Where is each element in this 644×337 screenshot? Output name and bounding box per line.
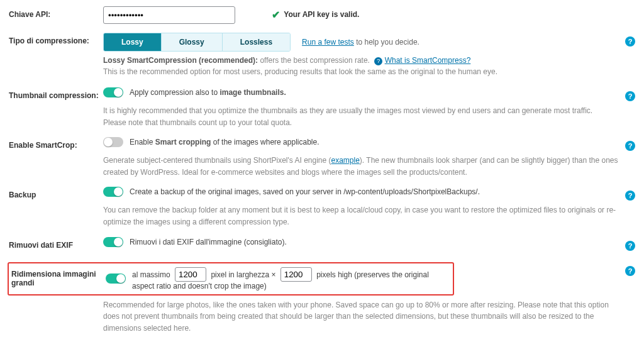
info-icon[interactable]: ? [374, 57, 382, 65]
help-icon[interactable]: ? [625, 36, 635, 47]
smartcrop-label: Enable SmartCrop: [9, 137, 103, 150]
help-icon[interactable]: ? [625, 241, 635, 251]
resize-width-input[interactable] [175, 267, 206, 282]
smartcrop-example-link[interactable]: example [331, 156, 360, 165]
help-icon[interactable]: ? [625, 141, 635, 151]
help-icon[interactable]: ? [625, 191, 635, 201]
compression-tabs: Lossy Glossy Lossless [103, 33, 291, 52]
exif-label: Rimuovi dati EXIF [9, 237, 103, 250]
backup-label: Backup [9, 187, 103, 199]
tab-lossless[interactable]: Lossless [223, 33, 290, 51]
backup-desc: You can remove the backup folder at any … [103, 204, 635, 228]
compression-desc: Lossy SmartCompression (recommended): of… [103, 55, 619, 77]
resize-controls: al massimo pixel in larghezza × pixels h… [132, 267, 450, 290]
tab-glossy[interactable]: Glossy [162, 33, 223, 51]
thumbnail-desc: It is highly recommended that you optimi… [103, 105, 635, 128]
help-icon[interactable]: ? [625, 266, 635, 276]
backup-toggle[interactable] [103, 187, 123, 197]
compression-type-label: Tipo di compressione: [9, 33, 103, 45]
exif-toggle[interactable] [103, 237, 123, 247]
thumbnail-toggle-label: Apply compression also to image thumbnai… [130, 88, 286, 97]
exif-toggle-label: Rimuovi i dati EXIF dall'immagine (consi… [130, 238, 287, 246]
smartcrop-desc: Generate subject-centered thumbnails usi… [103, 155, 635, 178]
check-icon: ✔ [272, 9, 280, 21]
api-key-label: Chiave API: [9, 6, 103, 19]
api-valid-badge: ✔ Your API key is valid. [272, 9, 359, 21]
tab-lossy[interactable]: Lossy [104, 33, 162, 51]
resize-height-input[interactable] [280, 267, 312, 282]
thumbnail-toggle[interactable] [103, 87, 123, 97]
resize-highlight-box: Ridimensiona immagini grandi al massimo … [8, 262, 454, 296]
resize-toggle[interactable] [106, 273, 126, 284]
run-tests-link[interactable]: Run a few tests [302, 38, 354, 47]
smartcrop-toggle[interactable] [103, 137, 123, 147]
what-is-smartcompress-link[interactable]: What is SmartCompress? [385, 56, 471, 65]
api-valid-text: Your API key is valid. [284, 10, 359, 19]
thumbnail-compression-label: Thumbnail compression: [9, 87, 103, 100]
help-icon[interactable]: ? [625, 91, 635, 101]
backup-toggle-label: Create a backup of the original images, … [130, 187, 480, 196]
compression-help-text: Run a few tests to help you decide. [302, 38, 419, 47]
smartcrop-toggle-label: Enable Smart cropping of the images wher… [130, 138, 319, 146]
resize-desc: Recommended for large photos, like the o… [103, 299, 635, 334]
api-key-input[interactable] [103, 6, 235, 24]
resize-label: Ridimensiona immagini grandi [11, 270, 106, 287]
